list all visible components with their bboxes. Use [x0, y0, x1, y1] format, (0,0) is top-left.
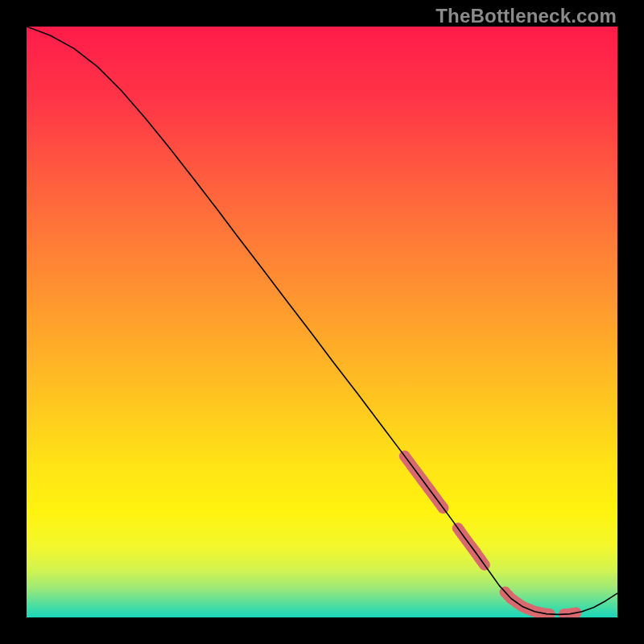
marker-group — [399, 451, 582, 617]
chart-stage: TheBottleneck.com — [0, 0, 644, 644]
curve-path — [27, 27, 617, 614]
watermark-text: TheBottleneck.com — [436, 5, 617, 27]
plot-area — [27, 27, 617, 617]
chart-curve-layer — [27, 27, 617, 617]
